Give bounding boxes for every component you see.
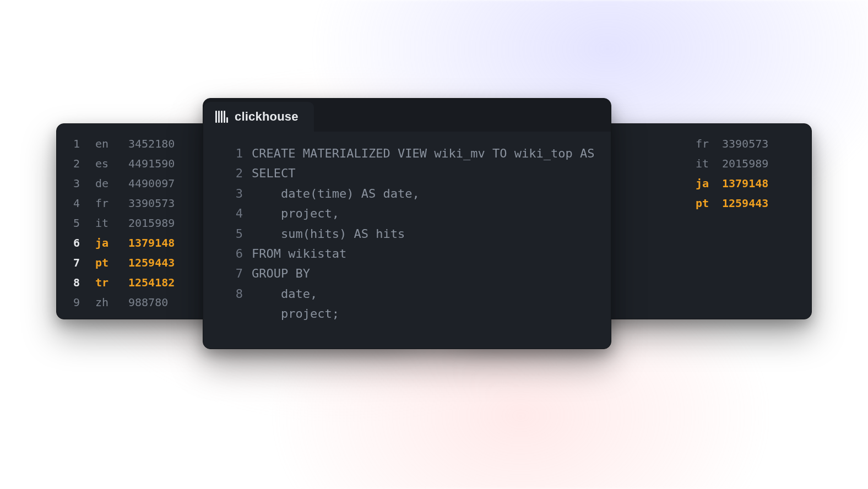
code-text: SELECT — [252, 164, 595, 183]
hits-cell: 1259443 — [722, 197, 768, 210]
row-number: 6 — [69, 236, 95, 249]
tab-clickhouse[interactable]: clickhouse — [203, 102, 314, 132]
hits-cell: 3390573 — [722, 137, 768, 150]
line-number: 3 — [219, 184, 243, 204]
code-line: 2SELECT — [219, 164, 595, 183]
project-cell: pt — [696, 197, 709, 210]
code-text: date, — [252, 284, 595, 304]
tab-label: clickhouse — [235, 110, 299, 124]
hits-cell: 1254182 — [128, 276, 205, 289]
clickhouse-logo-icon — [215, 111, 228, 123]
hits-cell: 988780 — [128, 296, 205, 309]
row-number: 9 — [69, 296, 95, 309]
line-number: 2 — [219, 164, 243, 183]
row-number: 1 — [69, 137, 95, 150]
hits-cell: 1259443 — [128, 256, 205, 269]
line-number: 1 — [219, 144, 243, 164]
code-text: GROUP BY — [252, 264, 595, 284]
tab-bar: clickhouse — [203, 99, 611, 132]
row-number: 3 — [69, 177, 95, 190]
row-number: 2 — [69, 157, 95, 170]
hits-cell: 4490097 — [128, 177, 205, 190]
row-number: 5 — [69, 216, 95, 230]
code-text: CREATE MATERIALIZED VIEW wiki_mv TO wiki… — [252, 144, 595, 164]
project-cell: pt — [95, 256, 128, 269]
row-number: 7 — [69, 256, 95, 269]
project-cell: ja — [696, 177, 709, 190]
project-cell: ja — [95, 236, 128, 249]
line-number: 7 — [219, 264, 243, 284]
hits-cell: 3452180 — [128, 137, 205, 150]
project-cell: fr — [696, 137, 709, 150]
code-text: project; — [252, 304, 595, 324]
code-line: 1CREATE MATERIALIZED VIEW wiki_mv TO wik… — [219, 144, 595, 164]
row-number: 8 — [69, 276, 95, 289]
hits-cell: 2015989 — [128, 216, 205, 230]
project-cell: it — [95, 216, 128, 230]
line-number: 8 — [219, 284, 243, 304]
project-cell: es — [95, 157, 128, 170]
project-cell: fr — [95, 197, 128, 210]
hits-cell: 4491590 — [128, 157, 205, 170]
project-cell: it — [696, 157, 709, 170]
hits-cell: 2015989 — [722, 157, 768, 170]
row-number: 4 — [69, 197, 95, 210]
project-cell: tr — [95, 276, 128, 289]
code-line: project; — [219, 304, 595, 324]
code-body[interactable]: 1CREATE MATERIALIZED VIEW wiki_mv TO wik… — [203, 132, 611, 334]
hits-cell: 1379148 — [128, 236, 205, 249]
line-number: 4 — [219, 204, 243, 224]
code-text: project, — [252, 204, 595, 224]
project-cell: de — [95, 177, 128, 190]
hits-cell: 1379148 — [722, 177, 768, 190]
code-line: 7GROUP BY — [219, 264, 595, 284]
project-cell: zh — [95, 296, 128, 309]
code-line: 6FROM wikistat — [219, 244, 595, 264]
project-cell: en — [95, 137, 128, 150]
code-text: date(time) AS date, — [252, 184, 595, 204]
code-line: 5 sum(hits) AS hits — [219, 224, 595, 244]
line-number: 6 — [219, 244, 243, 264]
line-number: 5 — [219, 224, 243, 244]
code-editor-panel: clickhouse 1CREATE MATERIALIZED VIEW wik… — [203, 98, 611, 349]
code-text: FROM wikistat — [252, 244, 595, 264]
code-line: 8 date, — [219, 284, 595, 304]
hits-cell: 3390573 — [128, 197, 205, 210]
code-line: 3 date(time) AS date, — [219, 184, 595, 204]
line-number — [219, 304, 243, 324]
code-line: 4 project, — [219, 204, 595, 224]
code-text: sum(hits) AS hits — [252, 224, 595, 244]
